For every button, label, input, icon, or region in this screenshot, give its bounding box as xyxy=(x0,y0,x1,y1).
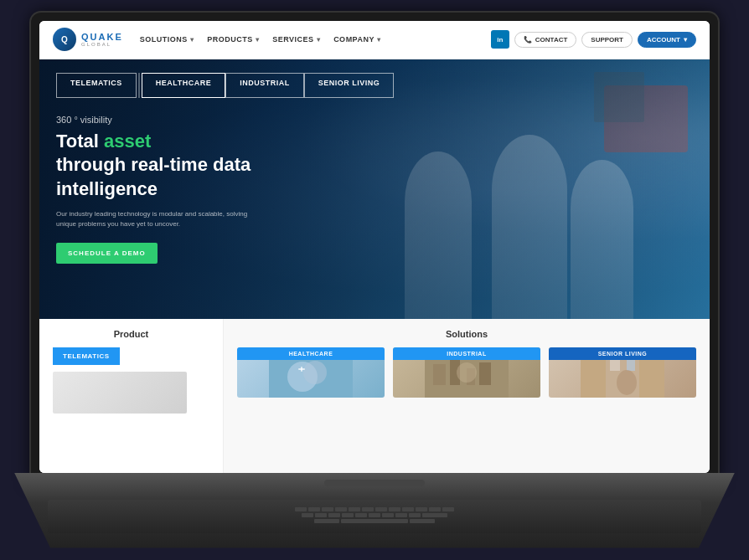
key xyxy=(375,507,387,511)
logo[interactable]: Q QUAKE GLOBAL xyxy=(53,28,123,51)
key xyxy=(389,507,400,511)
tab-divider xyxy=(138,73,140,98)
nav-links: SOLUTIONS PRODUCTS SERVICES COMPANY xyxy=(140,35,491,44)
svg-point-10 xyxy=(457,362,477,383)
nav-products[interactable]: PRODUCTS xyxy=(207,35,259,44)
key xyxy=(402,507,414,511)
hero-section: TELEMATICS HEALTHCARE INDUSTRIAL SENIOR … xyxy=(39,59,710,319)
key xyxy=(302,513,313,517)
key xyxy=(295,507,307,511)
key xyxy=(314,519,339,523)
linkedin-button[interactable]: in xyxy=(491,30,509,49)
tab-telematics[interactable]: TELEMATICS xyxy=(56,73,137,98)
logo-icon: Q xyxy=(53,28,76,51)
solution-senior-living[interactable]: SENIOR LIVING xyxy=(549,347,696,398)
svg-rect-4 xyxy=(301,367,302,372)
account-button[interactable]: ACCOUNT ▾ xyxy=(638,32,696,48)
svg-point-15 xyxy=(617,370,637,395)
hero-tabs: TELEMATICS HEALTHCARE INDUSTRIAL SENIOR … xyxy=(39,59,710,98)
contact-button[interactable]: 📞 CONTACT xyxy=(514,32,577,48)
hero-subtitle: 360 ° visibility xyxy=(56,115,693,125)
key xyxy=(429,507,441,511)
healthcare-label: HEALTHCARE xyxy=(237,347,385,360)
key xyxy=(328,513,340,517)
tab-healthcare[interactable]: HEALTHCARE xyxy=(142,73,225,98)
nav-services[interactable]: SERVICES xyxy=(272,35,320,44)
laptop-mockup: Q QUAKE GLOBAL SOLUTIONS PRODUCTS SERVIC… xyxy=(14,13,735,548)
solutions-grid: HEALTHCARE xyxy=(237,347,696,398)
key xyxy=(355,513,367,517)
key xyxy=(422,513,447,517)
key xyxy=(349,507,360,511)
key xyxy=(362,507,374,511)
schedule-demo-button[interactable]: SCHEDULE A DEMO xyxy=(56,243,158,264)
solutions-section-title: Solutions xyxy=(237,329,696,339)
key xyxy=(410,519,435,523)
tab-senior-living[interactable]: SENIOR LIVING xyxy=(304,73,395,98)
svg-rect-9 xyxy=(479,362,491,385)
spacebar-key xyxy=(341,519,408,523)
keyboard xyxy=(48,500,701,533)
logo-text-block: QUAKE GLOBAL xyxy=(81,32,123,47)
key xyxy=(442,507,454,511)
key xyxy=(308,507,320,511)
solutions-section: Solutions xyxy=(224,319,710,473)
product-section: Product TELEMATICS xyxy=(39,319,224,473)
senior-living-label: SENIOR LIVING xyxy=(549,347,696,360)
brand-name: QUAKE xyxy=(81,32,123,42)
keyboard-row-3 xyxy=(80,519,669,523)
key xyxy=(322,507,333,511)
hero-content: 360 ° visibility Total asset through rea… xyxy=(39,98,710,265)
tab-industrial[interactable]: INDUSTRIAL xyxy=(225,73,304,98)
key xyxy=(416,507,427,511)
laptop-base xyxy=(14,473,735,548)
key xyxy=(335,507,347,511)
key xyxy=(395,513,407,517)
svg-rect-6 xyxy=(433,364,446,385)
browser-screen: Q QUAKE GLOBAL SOLUTIONS PRODUCTS SERVIC… xyxy=(39,21,710,473)
key xyxy=(409,513,421,517)
navbar: Q QUAKE GLOBAL SOLUTIONS PRODUCTS SERVIC… xyxy=(39,21,710,59)
hero-description: Our industry leading technology is modul… xyxy=(56,209,257,229)
svg-point-2 xyxy=(303,361,327,384)
nav-solutions[interactable]: SOLUTIONS xyxy=(140,35,194,44)
key xyxy=(342,513,354,517)
key xyxy=(315,513,327,517)
solution-industrial[interactable]: INDUSTRIAL xyxy=(393,347,540,398)
product-telematics-tag[interactable]: TELEMATICS xyxy=(53,347,120,365)
keyboard-rows xyxy=(80,507,669,525)
keyboard-row-1 xyxy=(80,507,669,511)
key xyxy=(369,513,380,517)
product-section-title: Product xyxy=(53,329,209,339)
bottom-section: Product TELEMATICS Solutions xyxy=(39,319,710,473)
key xyxy=(382,513,394,517)
product-image xyxy=(53,372,187,414)
industrial-label: INDUSTRIAL xyxy=(393,347,540,360)
nav-company[interactable]: COMPANY xyxy=(333,35,380,44)
hero-title: Total asset through real-time dataintell… xyxy=(56,130,291,202)
screen-bezel: Q QUAKE GLOBAL SOLUTIONS PRODUCTS SERVIC… xyxy=(31,13,718,481)
nav-actions: in 📞 CONTACT SUPPORT ACCOUNT ▾ xyxy=(491,30,696,49)
keyboard-row-2 xyxy=(80,513,669,517)
solution-healthcare[interactable]: HEALTHCARE xyxy=(237,347,385,398)
brand-sub: GLOBAL xyxy=(81,42,123,47)
support-button[interactable]: SUPPORT xyxy=(581,32,633,48)
